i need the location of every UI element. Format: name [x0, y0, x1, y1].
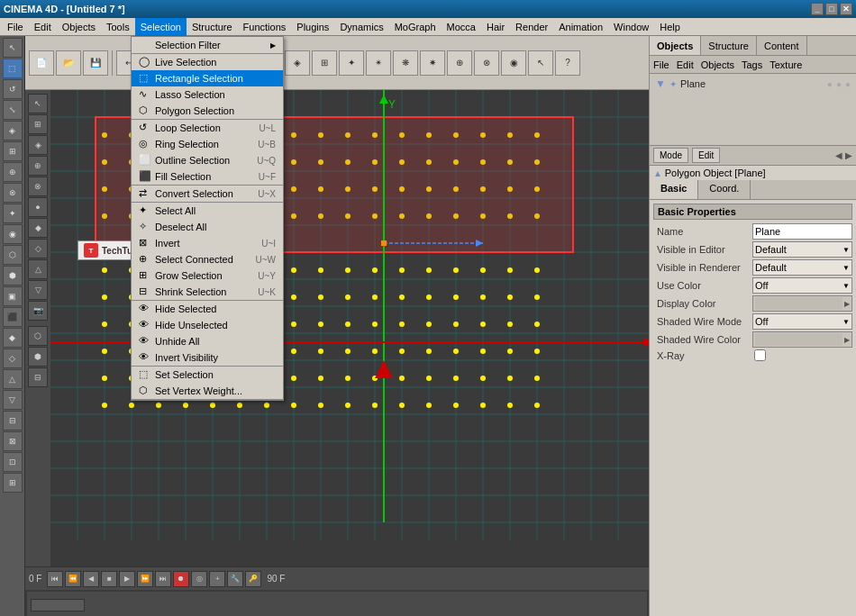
vp-tool-11[interactable]: ⬡	[28, 326, 48, 346]
tool-13[interactable]: △	[3, 369, 23, 389]
vp-tool-7[interactable]: ◆	[28, 218, 48, 238]
dd-fill-selection[interactable]: ⬛ Fill Selection U~F	[132, 168, 283, 185]
dd-polygon-selection[interactable]: ⬡ Polygon Selection	[132, 103, 283, 119]
tool-14[interactable]: ▽	[3, 390, 23, 410]
vp-tool-13[interactable]: ⊟	[28, 367, 48, 387]
vp-tool-9[interactable]: △	[28, 259, 48, 279]
prop-visible-editor-select[interactable]: Default	[752, 241, 852, 258]
mode-arrows[interactable]: ◀ ▶	[835, 150, 852, 160]
timeline-play-back[interactable]: ◀	[83, 571, 99, 587]
prop-tab-coord[interactable]: Coord.	[698, 180, 751, 199]
prop-xray-checkbox[interactable]	[754, 349, 766, 361]
tool-15[interactable]: ⊟	[3, 411, 23, 430]
toolbar-t11[interactable]: ◉	[501, 50, 526, 76]
timeline-record[interactable]: ⏺	[173, 571, 189, 587]
tab-objects[interactable]: Objects	[650, 36, 701, 55]
tab-structure[interactable]: Structure	[701, 36, 757, 55]
object-item-plane[interactable]: ▼ ✦ Plane ● ● ●	[651, 76, 854, 92]
vp-tool-3[interactable]: ◈	[28, 135, 48, 155]
tool-scale[interactable]: ⤡	[3, 100, 23, 120]
toolbar-t3[interactable]: ◈	[285, 50, 310, 76]
menu-mograph[interactable]: MoGraph	[389, 18, 442, 36]
dd-lasso-selection[interactable]: ∿ Lasso Selection	[132, 86, 283, 103]
vp-tool-1[interactable]: ↖	[28, 94, 48, 113]
vp-tool-8[interactable]: ◇	[28, 239, 48, 258]
tool-6[interactable]: ◉	[3, 224, 23, 244]
tool-5[interactable]: ✦	[3, 204, 23, 223]
prop-name-value[interactable]: Plane	[752, 223, 852, 240]
toolbar-t6[interactable]: ✴	[366, 50, 391, 76]
menu-functions[interactable]: Functions	[238, 18, 292, 36]
toolbar-new[interactable]: 📄	[29, 50, 54, 76]
timeline-stop[interactable]: ■	[101, 571, 117, 587]
tool-7[interactable]: ⬡	[3, 245, 23, 265]
dd-loop-selection[interactable]: ↺ Loop Selection U~L	[132, 120, 283, 136]
vp-tool-4[interactable]: ⊕	[28, 156, 48, 176]
timeline-start[interactable]: ⏮	[47, 571, 63, 587]
dd-shrink-selection[interactable]: ⊟ Shrink Selection U~K	[132, 284, 283, 300]
menu-objects[interactable]: Objects	[57, 18, 101, 36]
menu-edit[interactable]: Edit	[29, 18, 57, 36]
panel-menu-tags[interactable]: Tags	[742, 59, 762, 70]
tool-12[interactable]: ◇	[3, 349, 23, 368]
timeline-play[interactable]: ▶	[119, 571, 135, 587]
vp-tool-cam[interactable]: 📷	[28, 301, 48, 321]
dd-grow-selection[interactable]: ⊞ Grow Selection U~Y	[132, 267, 283, 284]
tool-16[interactable]: ⊠	[3, 431, 23, 451]
timeline-end[interactable]: ⏭	[155, 571, 171, 587]
tool-3[interactable]: ⊕	[3, 162, 23, 182]
menu-render[interactable]: Render	[510, 18, 553, 36]
tool-17[interactable]: ⊡	[3, 452, 23, 472]
dd-selection-filter[interactable]: Selection Filter ▶	[132, 37, 283, 53]
dd-unhide-all[interactable]: 👁 Unhide All	[132, 333, 283, 349]
tool-18[interactable]: ⊞	[3, 473, 23, 493]
tool-1[interactable]: ◈	[3, 121, 23, 140]
panel-menu-file[interactable]: File	[653, 59, 669, 70]
menu-file[interactable]: File	[2, 18, 29, 36]
timeline-next[interactable]: ⏩	[137, 571, 153, 587]
prop-use-color-select[interactable]: Off	[752, 277, 852, 294]
menu-dynamics[interactable]: Dynamics	[334, 18, 388, 36]
tool-4[interactable]: ⊗	[3, 183, 23, 203]
timeline-t1[interactable]: ◎	[191, 571, 207, 587]
mode-button[interactable]: Mode	[653, 148, 688, 163]
prop-visible-renderer-select[interactable]: Default	[752, 259, 852, 276]
tool-rotate[interactable]: ↺	[3, 79, 23, 99]
tool-9[interactable]: ▣	[3, 286, 23, 306]
dd-ring-selection[interactable]: ◎ Ring Selection U~B	[132, 136, 283, 152]
dd-rectangle-selection[interactable]: ⬚ Rectangle Selection	[132, 70, 283, 86]
vp-tool-2[interactable]: ⊞	[28, 114, 48, 134]
edit-button[interactable]: Edit	[692, 148, 720, 163]
dd-live-selection[interactable]: ◯ Live Selection	[132, 54, 283, 70]
prop-tab-basic[interactable]: Basic	[650, 180, 698, 199]
minimize-button[interactable]: _	[811, 3, 824, 15]
dd-deselect-all[interactable]: ✧ Deselect All	[132, 219, 283, 235]
vp-tool-12[interactable]: ⬢	[28, 347, 48, 367]
maximize-button[interactable]: □	[825, 3, 838, 15]
dd-set-vertex-weight[interactable]: ⬡ Set Vertex Weight...	[132, 383, 283, 399]
vp-tool-10[interactable]: ▽	[28, 280, 48, 300]
menu-help[interactable]: Help	[654, 18, 686, 36]
toolbar-t7[interactable]: ❋	[393, 50, 418, 76]
timeline-t2[interactable]: +	[209, 571, 225, 587]
tool-8[interactable]: ⬢	[3, 266, 23, 285]
toolbar-t5[interactable]: ✦	[339, 50, 364, 76]
timeline-t4[interactable]: 🔑	[245, 571, 261, 587]
dd-select-all[interactable]: ✦ Select All	[132, 203, 283, 219]
menu-animation[interactable]: Animation	[553, 18, 608, 36]
tab-content[interactable]: Content	[757, 36, 807, 55]
dd-invert-visibility[interactable]: 👁 Invert Visibility	[132, 349, 283, 366]
timeline-t3[interactable]: 🔧	[227, 571, 243, 587]
toolbar-t4[interactable]: ⊞	[312, 50, 337, 76]
dd-hide-unselected[interactable]: 👁 Hide Unselected	[132, 317, 283, 333]
dd-outline-selection[interactable]: ⬜ Outline Selection U~Q	[132, 152, 283, 168]
menu-structure[interactable]: Structure	[187, 18, 238, 36]
toolbar-t8[interactable]: ✷	[420, 50, 445, 76]
toolbar-t9[interactable]: ⊕	[447, 50, 472, 76]
menu-selection[interactable]: Selection	[135, 18, 187, 36]
prop-shaded-wire-mode-select[interactable]: Off	[752, 313, 852, 330]
toolbar-open[interactable]: 📂	[56, 50, 81, 76]
timeline-prev[interactable]: ⏪	[65, 571, 81, 587]
panel-menu-edit[interactable]: Edit	[677, 59, 694, 70]
menu-mocca[interactable]: Mocca	[442, 18, 481, 36]
